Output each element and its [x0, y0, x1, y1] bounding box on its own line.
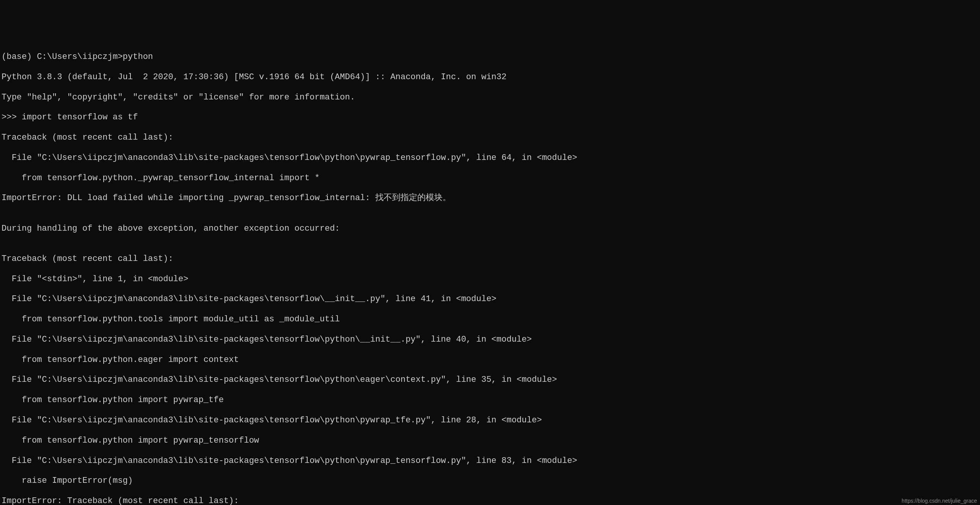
terminal-line: ImportError: DLL load failed while impor… [2, 193, 978, 203]
terminal-line: Traceback (most recent call last): [2, 133, 978, 143]
terminal-line: File "C:\Users\iipczjm\anaconda3\lib\sit… [2, 456, 978, 466]
terminal-line: Python 3.8.3 (default, Jul 2 2020, 17:30… [2, 72, 978, 82]
terminal-line: ImportError: Traceback (most recent call… [2, 496, 978, 505]
terminal-line: File "C:\Users\iipczjm\anaconda3\lib\sit… [2, 415, 978, 425]
terminal-line: Type "help", "copyright", "credits" or "… [2, 93, 978, 103]
terminal-line: File "<stdin>", line 1, in <module> [2, 274, 978, 284]
terminal-line: During handling of the above exception, … [2, 224, 978, 234]
terminal-line: File "C:\Users\iipczjm\anaconda3\lib\sit… [2, 153, 978, 163]
terminal-line: from tensorflow.python._pywrap_tensorflo… [2, 173, 978, 183]
terminal-line: File "C:\Users\iipczjm\anaconda3\lib\sit… [2, 375, 978, 385]
terminal-line: from tensorflow.python import pywrap_ten… [2, 436, 978, 446]
terminal-line: (base) C:\Users\iipczjm>python [2, 52, 978, 62]
terminal-line: File "C:\Users\iipczjm\anaconda3\lib\sit… [2, 294, 978, 304]
terminal-line: >>> import tensorflow as tf [2, 112, 978, 122]
terminal-line: from tensorflow.python import pywrap_tfe [2, 395, 978, 405]
terminal-line: raise ImportError(msg) [2, 476, 978, 486]
terminal-line: from tensorflow.python.eager import cont… [2, 355, 978, 365]
terminal-line: Traceback (most recent call last): [2, 254, 978, 264]
terminal-line: File "C:\Users\iipczjm\anaconda3\lib\sit… [2, 335, 978, 345]
terminal-output[interactable]: (base) C:\Users\iipczjm>python Python 3.… [2, 42, 978, 505]
terminal-line: from tensorflow.python.tools import modu… [2, 314, 978, 324]
watermark-text: https://blog.csdn.net/julie_grace [902, 498, 977, 504]
